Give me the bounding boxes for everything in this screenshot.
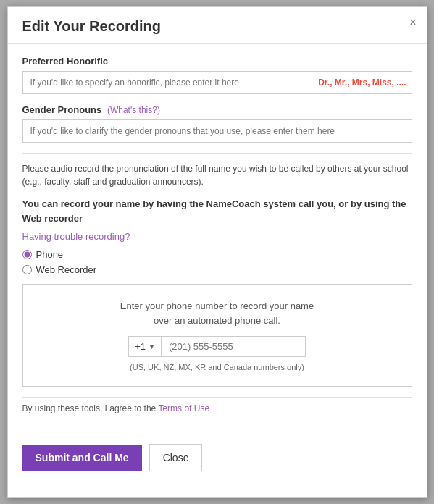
modal-title: Edit Your Recording: [22, 18, 162, 34]
close-icon[interactable]: ×: [409, 17, 416, 28]
honorific-section: Preferred Honorific Dr., Mr., Mrs, Miss,…: [22, 56, 412, 94]
divider-1: [22, 153, 412, 154]
phone-note: (US, UK, NZ, MX, KR and Canada numbers o…: [38, 363, 397, 371]
country-code-selector[interactable]: +1 ▼: [128, 336, 162, 357]
web-recorder-option[interactable]: Web Recorder: [22, 264, 412, 275]
web-radio[interactable]: [22, 265, 32, 274]
modal-header: Edit Your Recording ×: [8, 7, 427, 44]
trouble-recording-link[interactable]: Having trouble recording?: [22, 231, 412, 242]
description-text: Please audio record the pronunciation of…: [22, 162, 412, 188]
phone-box-line1: Enter your phone number to record your n…: [120, 301, 314, 311]
honorific-input-wrapper: Dr., Mr., Mrs, Miss, ....: [22, 71, 412, 94]
country-code-value: +1: [135, 341, 146, 352]
phone-box-line2: over an automated phone call.: [154, 315, 280, 326]
terms-row: By using these tools, I agree to the Ter…: [22, 397, 412, 413]
web-label: Web Recorder: [36, 264, 97, 275]
honorific-input[interactable]: [22, 71, 412, 94]
modal-body: Preferred Honorific Dr., Mr., Mrs, Miss,…: [8, 44, 427, 435]
phone-label: Phone: [36, 249, 64, 260]
pronouns-label-text: Gender Pronouns: [22, 104, 102, 115]
recording-options: Phone Web Recorder: [22, 249, 412, 275]
pronouns-input[interactable]: [22, 119, 412, 143]
phone-input-row: +1 ▼: [38, 336, 397, 357]
phone-box: Enter your phone number to record your n…: [22, 284, 412, 387]
description-bold: You can record your name by having the N…: [22, 197, 412, 225]
whats-this-link[interactable]: (What's this?): [107, 105, 160, 115]
terms-text: By using these tools, I agree to the: [22, 403, 157, 413]
terms-of-use-link[interactable]: Terms of Use: [158, 403, 209, 413]
honorific-label: Preferred Honorific: [22, 56, 412, 67]
dropdown-arrow-icon: ▼: [149, 343, 155, 350]
phone-box-text: Enter your phone number to record your n…: [38, 299, 397, 327]
phone-option[interactable]: Phone: [22, 249, 412, 260]
modal-footer: Submit and Call Me Close: [8, 435, 427, 480]
edit-recording-modal: Edit Your Recording × Preferred Honorifi…: [7, 6, 427, 498]
pronouns-section: Gender Pronouns (What's this?): [22, 104, 412, 143]
pronouns-label: Gender Pronouns (What's this?): [22, 104, 412, 115]
phone-number-input[interactable]: [161, 336, 306, 357]
phone-radio[interactable]: [22, 250, 32, 259]
close-button[interactable]: Close: [149, 444, 203, 471]
submit-call-button[interactable]: Submit and Call Me: [22, 445, 142, 471]
